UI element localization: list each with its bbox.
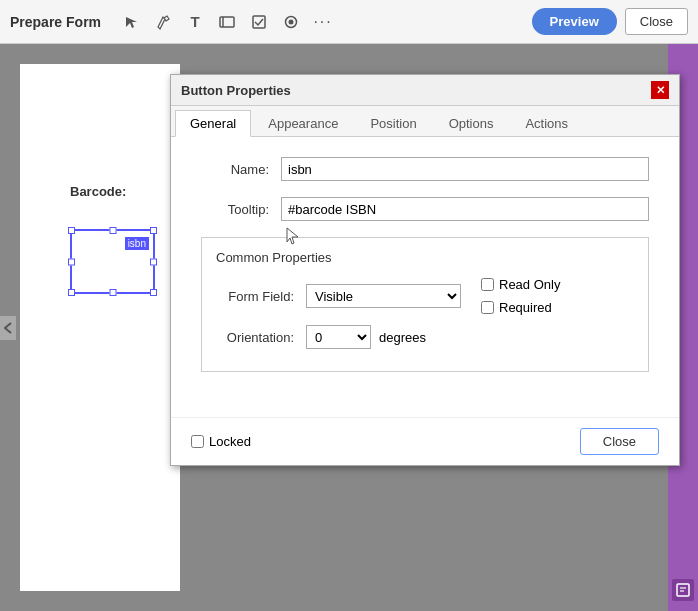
- orientation-label: Orientation:: [216, 330, 306, 345]
- tab-options[interactable]: Options: [434, 110, 509, 136]
- tab-general[interactable]: General: [175, 110, 251, 137]
- name-label: Name:: [201, 162, 281, 177]
- locked-label: Locked: [209, 434, 251, 449]
- fill-sign-tool[interactable]: [151, 10, 175, 34]
- dialog-titlebar: Button Properties ✕: [171, 75, 679, 106]
- page-canvas: Barcode: isbn: [20, 64, 180, 591]
- canvas-area: Barcode: isbn Button Properties ✕: [0, 44, 698, 611]
- preview-button[interactable]: Preview: [532, 8, 617, 35]
- checkbox-tool[interactable]: [247, 10, 271, 34]
- dialog-close-x-button[interactable]: ✕: [651, 81, 669, 99]
- tab-actions[interactable]: Actions: [510, 110, 583, 136]
- svg-point-5: [289, 19, 294, 24]
- button-properties-dialog: Button Properties ✕ General Appearance P…: [170, 74, 680, 466]
- more-tools[interactable]: ···: [311, 10, 335, 34]
- form-field-select[interactable]: Visible Hidden No Print No View: [306, 284, 461, 308]
- toolbar: Prepare Form T ··· Preview Close: [0, 0, 698, 44]
- name-row: Name:: [201, 157, 649, 181]
- tab-appearance[interactable]: Appearance: [253, 110, 353, 136]
- required-row: Required: [481, 300, 560, 315]
- svg-rect-1: [220, 17, 234, 27]
- isbn-badge: isbn: [125, 237, 149, 250]
- text-tool[interactable]: T: [183, 10, 207, 34]
- dialog-body: Name: Tooltip: Common Properties Form Fi…: [171, 137, 679, 417]
- read-only-label: Read Only: [499, 277, 560, 292]
- dialog-title: Button Properties: [181, 83, 291, 98]
- close-dialog-button[interactable]: Close: [580, 428, 659, 455]
- scroll-left-arrow[interactable]: [0, 316, 16, 340]
- svg-rect-3: [253, 16, 265, 28]
- svg-marker-0: [126, 17, 137, 28]
- locked-row: Locked: [191, 434, 251, 449]
- tooltip-label: Tooltip:: [201, 202, 281, 217]
- arrow-tool[interactable]: [119, 10, 143, 34]
- read-only-row: Read Only: [481, 277, 560, 292]
- form-field-label: Form Field:: [216, 289, 306, 304]
- barcode-label: Barcode:: [70, 184, 126, 199]
- required-label: Required: [499, 300, 552, 315]
- tab-position[interactable]: Position: [355, 110, 431, 136]
- handle-tr[interactable]: [150, 227, 157, 234]
- svg-rect-6: [677, 584, 689, 596]
- form-field-row: Form Field: Visible Hidden No Print No V…: [216, 277, 634, 315]
- handle-mr[interactable]: [150, 258, 157, 265]
- orientation-row: Orientation: 0 90 180 270 degrees: [216, 325, 634, 349]
- sidebar-tool-icon[interactable]: [672, 579, 694, 601]
- barcode-field[interactable]: isbn: [70, 229, 155, 294]
- field-tool[interactable]: [215, 10, 239, 34]
- checkboxes-group: Read Only Required: [481, 277, 560, 315]
- handle-tl[interactable]: [68, 227, 75, 234]
- dialog-tabs: General Appearance Position Options Acti…: [171, 106, 679, 137]
- tooltip-input[interactable]: [281, 197, 649, 221]
- name-input[interactable]: [281, 157, 649, 181]
- handle-br[interactable]: [150, 289, 157, 296]
- orientation-select[interactable]: 0 90 180 270: [306, 325, 371, 349]
- app-title: Prepare Form: [10, 14, 101, 30]
- dialog-footer: Locked Close: [171, 417, 679, 465]
- tooltip-row: Tooltip:: [201, 197, 649, 221]
- common-properties-title: Common Properties: [216, 250, 634, 265]
- read-only-checkbox[interactable]: [481, 278, 494, 291]
- degrees-label: degrees: [379, 330, 426, 345]
- common-properties-section: Common Properties Form Field: Visible Hi…: [201, 237, 649, 372]
- close-toolbar-button[interactable]: Close: [625, 8, 688, 35]
- locked-checkbox[interactable]: [191, 435, 204, 448]
- handle-tm[interactable]: [109, 227, 116, 234]
- handle-bm[interactable]: [109, 289, 116, 296]
- handle-ml[interactable]: [68, 258, 75, 265]
- radio-tool[interactable]: [279, 10, 303, 34]
- required-checkbox[interactable]: [481, 301, 494, 314]
- handle-bl[interactable]: [68, 289, 75, 296]
